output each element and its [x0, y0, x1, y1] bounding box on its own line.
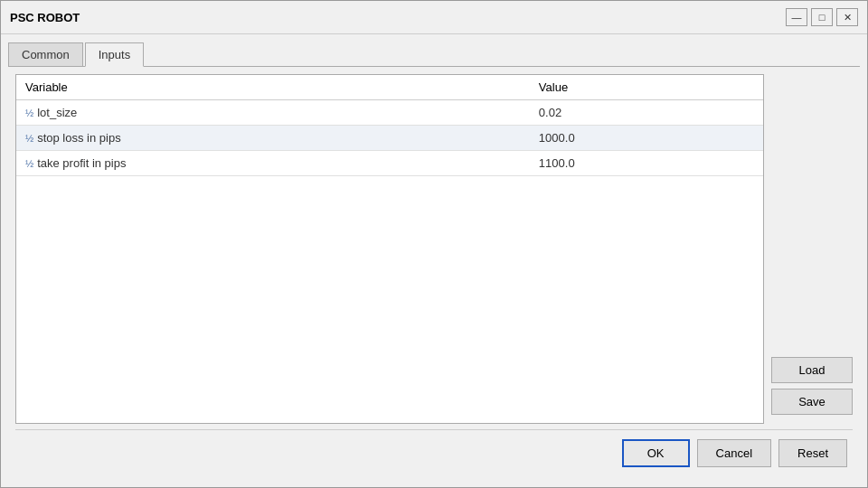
window-controls: — □ ✕	[786, 8, 858, 26]
cancel-button[interactable]: Cancel	[697, 439, 771, 467]
variable-icon: ½	[25, 108, 33, 118]
close-button[interactable]: ✕	[836, 8, 858, 26]
tab-inputs[interactable]: Inputs	[85, 42, 144, 67]
minimize-button[interactable]: —	[786, 8, 807, 26]
window-body: Common Inputs Variable Value	[1, 34, 867, 487]
side-buttons: Load Save	[771, 74, 853, 424]
bottom-bar: OK Cancel Reset	[15, 429, 853, 473]
table-row[interactable]: ½take profit in pips 1100.0	[16, 151, 763, 176]
variable-cell: ½lot_size	[16, 100, 530, 126]
variables-table: Variable Value ½lot_size 0.02	[16, 75, 763, 176]
value-cell: 1100.0	[530, 151, 763, 176]
table-row[interactable]: ½lot_size 0.02	[16, 100, 763, 126]
ok-button[interactable]: OK	[622, 439, 690, 467]
window-title: PSC ROBOT	[10, 11, 80, 24]
col-header-value: Value	[530, 75, 763, 100]
variable-cell: ½take profit in pips	[16, 151, 530, 176]
content-wrapper: Variable Value ½lot_size 0.02	[8, 66, 860, 480]
tabs-bar: Common Inputs	[8, 42, 860, 66]
maximize-button[interactable]: □	[811, 8, 833, 26]
save-button[interactable]: Save	[771, 389, 853, 415]
table-row[interactable]: ½stop loss in pips 1000.0	[16, 126, 763, 151]
main-content: Variable Value ½lot_size 0.02	[15, 74, 853, 424]
table-panel: Variable Value ½lot_size 0.02	[15, 74, 764, 424]
variable-cell: ½stop loss in pips	[16, 126, 530, 151]
tab-common[interactable]: Common	[8, 42, 83, 66]
title-bar: PSC ROBOT — □ ✕	[1, 1, 867, 34]
reset-button[interactable]: Reset	[778, 439, 847, 467]
value-cell: 0.02	[530, 100, 763, 126]
load-button[interactable]: Load	[771, 357, 853, 383]
main-window: PSC ROBOT — □ ✕ Common Inputs	[0, 0, 868, 488]
value-cell: 1000.0	[530, 126, 763, 151]
variable-icon: ½	[25, 133, 33, 144]
col-header-variable: Variable	[16, 75, 530, 100]
variable-icon: ½	[25, 158, 33, 169]
